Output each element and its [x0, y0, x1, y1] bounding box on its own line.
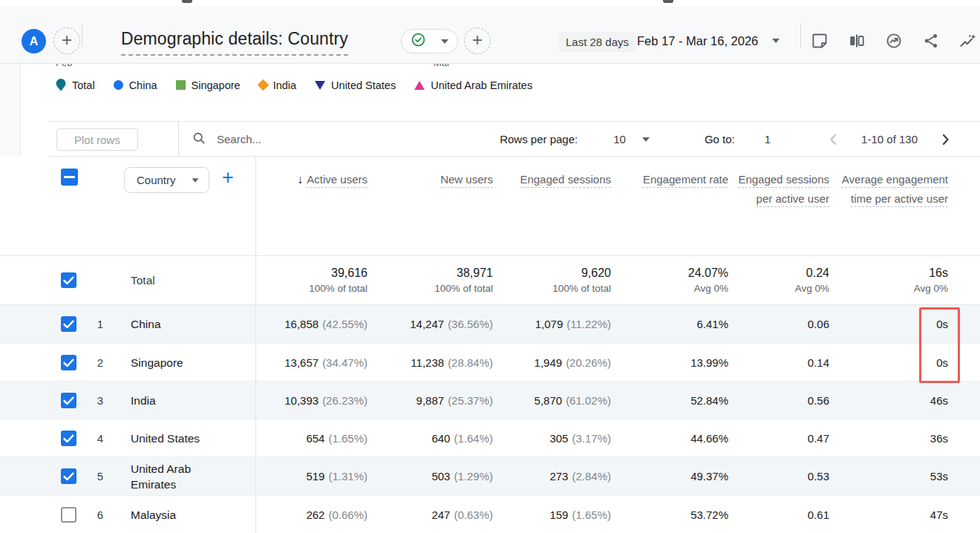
analytics-report-page: Feb Mar A + Demographic details: Country… — [0, 0, 980, 533]
legend-item: Singapore — [176, 79, 241, 91]
legend-label: United Arab Emirates — [431, 79, 532, 91]
column-header-new-users[interactable]: New users — [368, 157, 493, 209]
previous-page-chevron-icon[interactable] — [826, 131, 842, 148]
insights-sparkline-icon[interactable] — [959, 32, 977, 50]
metric-cell: 11,238(28.84%) — [368, 344, 493, 381]
legend-item: United States — [315, 79, 396, 91]
column-header-engagement-rate[interactable]: Engagement rate — [611, 157, 728, 209]
date-range-selector[interactable]: Feb 17 - Mar 16, 2026 — [637, 34, 758, 48]
metric-cell: 273(2.84%) — [493, 457, 611, 495]
rows-per-page-label: Rows per page: — [500, 133, 578, 145]
metric-cell: 44.66% — [611, 419, 728, 457]
share-icon[interactable] — [922, 32, 940, 50]
chevron-down-icon — [441, 39, 448, 44]
country-name: Malaysia — [131, 507, 176, 523]
row-checkbox[interactable] — [61, 431, 76, 446]
metric-cell: 0.53 — [728, 457, 829, 495]
row-rank: 5 — [83, 457, 117, 495]
avatar-letter: A — [30, 35, 39, 48]
row-checkbox[interactable] — [61, 393, 76, 408]
legend-item: China — [114, 79, 157, 91]
table-body: 1China16,858(42.55%)14,247(36.56%)1,079(… — [0, 305, 980, 533]
metric-cell: 9,620100% of total — [493, 256, 611, 304]
metric-cell: 24.07%Avg 0% — [611, 256, 728, 304]
metric-cell: 9,887(25.37%) — [368, 382, 493, 419]
rows-per-page-select[interactable]: 10 — [613, 133, 650, 145]
row-checkbox[interactable] — [61, 468, 76, 484]
pagination-controls: Rows per page: 10 Go to: 1 1-10 of 130 — [500, 122, 953, 157]
row-checkbox[interactable] — [61, 355, 76, 370]
dimension-selector[interactable]: Country — [124, 167, 209, 193]
total-row: Total 39,616100% of total 38,971100% of … — [0, 255, 980, 305]
row-checkbox[interactable] — [61, 316, 76, 332]
triangle-down-marker-icon — [315, 81, 325, 90]
plus-icon: + — [62, 31, 72, 49]
next-page-chevron-icon[interactable] — [937, 131, 953, 148]
row-checkbox[interactable] — [61, 507, 76, 523]
add-report-button[interactable]: + — [53, 27, 80, 54]
column-header-active-users[interactable]: ↓Active users — [255, 157, 368, 209]
rows-per-page-value: 10 — [613, 133, 626, 145]
page-title[interactable]: Demographic details: Country — [121, 29, 348, 56]
chevron-down-icon[interactable] — [772, 39, 780, 43]
country-name: United States — [131, 431, 200, 446]
date-preset-badge[interactable]: Last 28 days — [558, 32, 636, 52]
table-row: 2Singapore13,657(34.47%)11,238(28.84%)1,… — [0, 343, 980, 381]
divider — [82, 24, 82, 47]
drop-marker-icon — [56, 79, 66, 91]
select-all-checkbox[interactable] — [61, 169, 78, 186]
table-toolbar: Plot rows Rows per page: 10 Go to: 1 — [49, 121, 980, 157]
metric-cell: 36s — [829, 419, 948, 457]
go-to-page-input[interactable]: 1 — [765, 133, 771, 145]
sort-descending-icon: ↓ — [297, 170, 303, 189]
metric-cell: 38,971100% of total — [368, 256, 493, 304]
search-icon — [192, 131, 206, 148]
country-name: China — [131, 316, 161, 332]
column-header-engaged-sessions[interactable]: Engaged sessions — [493, 157, 611, 209]
row-rank: 1 — [83, 305, 117, 343]
legend-label: China — [129, 79, 157, 91]
metric-cell: 519(1.31%) — [255, 457, 368, 495]
total-label: Total — [131, 272, 155, 288]
metric-cell: 1,079(11.22%) — [493, 305, 611, 343]
country-name: United Arab Emirates — [131, 461, 218, 492]
plot-rows-button[interactable]: Plot rows — [56, 128, 138, 151]
go-to-label: Go to: — [705, 133, 735, 145]
check-circle-icon — [411, 32, 426, 50]
chevron-down-icon — [642, 137, 650, 142]
legend-label: India — [273, 79, 296, 91]
metric-cell: 6.41% — [611, 305, 728, 343]
triangle-up-marker-icon — [414, 81, 425, 90]
metric-cell: 47s — [829, 496, 948, 533]
metric-cell: 5,870(61.02%) — [493, 382, 611, 419]
row-rank: 6 — [83, 496, 117, 533]
account-avatar[interactable]: A — [22, 29, 46, 53]
metric-cell: 13,657(34.47%) — [255, 344, 368, 381]
total-checkbox[interactable] — [61, 272, 76, 288]
report-status-control[interactable] — [401, 29, 458, 53]
metric-cell: 0.06 — [728, 305, 829, 343]
column-header-avg-engagement-time[interactable]: Average engagement time per active user — [829, 157, 948, 209]
comparison-icon[interactable] — [848, 32, 866, 50]
metric-cell: 640(1.64%) — [368, 419, 493, 457]
table-row: 3India10,393(26.23%)9,887(25.37%)5,870(6… — [0, 381, 980, 419]
square-marker-icon — [176, 80, 186, 90]
add-tab-button[interactable]: + — [464, 27, 491, 54]
column-header-engaged-sessions-per-active-user[interactable]: Engaged sessions per active user — [728, 157, 829, 209]
search-input[interactable] — [217, 133, 440, 145]
metric-cell: 13.99% — [611, 344, 728, 381]
table-row: 1China16,858(42.55%)14,247(36.56%)1,079(… — [0, 305, 980, 343]
insights-scorecard-icon[interactable] — [885, 32, 903, 50]
row-rank: 2 — [83, 344, 117, 381]
header-action-icons — [811, 32, 977, 50]
chevron-down-icon — [192, 178, 199, 182]
metric-cell: 39,616100% of total — [255, 256, 368, 304]
notes-icon[interactable] — [811, 32, 829, 50]
data-table: Country + ↓Active users New users Engage… — [0, 157, 980, 533]
metric-cell: 46s — [829, 382, 948, 419]
metric-cell: 0.61 — [728, 496, 829, 533]
metric-cell: 0s — [829, 344, 948, 381]
metric-cell: 305(3.17%) — [493, 419, 611, 457]
add-dimension-button[interactable]: + — [222, 166, 234, 189]
metric-cell: 10,393(26.23%) — [255, 382, 368, 419]
